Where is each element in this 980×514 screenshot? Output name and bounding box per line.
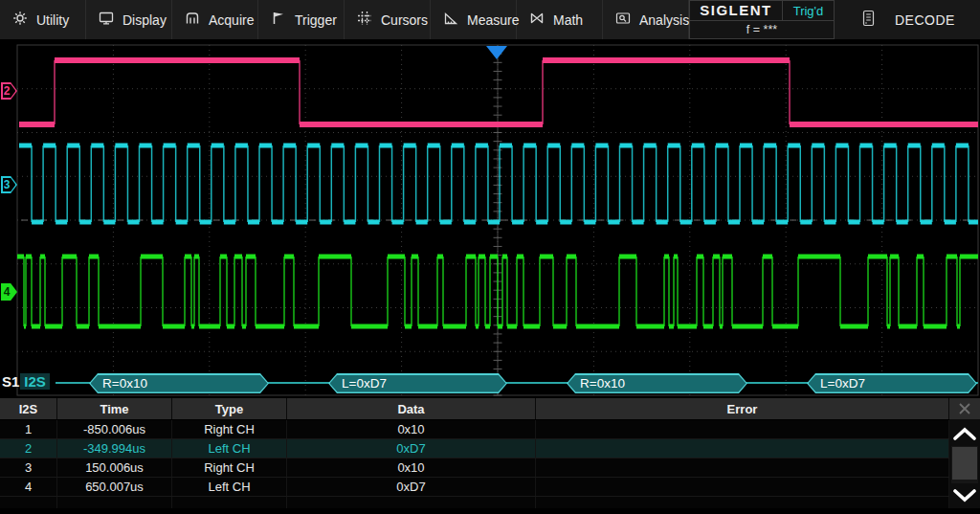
analysis-icon: [615, 11, 631, 30]
gear-icon: [12, 11, 28, 30]
table-row[interactable]: 4650.007usLeft CH0xD7: [0, 478, 949, 497]
menu-acquire-label: Acquire: [209, 12, 254, 28]
display-icon: [99, 11, 114, 30]
close-table-button[interactable]: [949, 398, 980, 419]
cursors-icon: [357, 11, 372, 30]
menu-acquire[interactable]: Acquire: [172, 0, 258, 39]
table-cell: 1: [0, 420, 57, 438]
table-cell: 0xD7: [287, 478, 536, 496]
decode-slot-label: S1: [2, 373, 19, 390]
decode-result-table: I2STimeTypeDataError 1-850.006usRight CH…: [0, 398, 949, 514]
math-icon: [529, 11, 545, 30]
table-row[interactable]: 3150.006usRight CH0x10: [0, 458, 949, 478]
menu-trigger-label: Trigger: [295, 12, 337, 28]
menu-cursors-label: Cursors: [381, 12, 428, 28]
decode-bubble-value: R=0x10: [102, 373, 147, 393]
table-cell: [536, 458, 949, 477]
ch4-sd-wave: [17, 257, 978, 326]
decode-bubble-value: R=0x10: [580, 373, 625, 393]
flag-icon: [271, 11, 286, 30]
table-cell: 0xD7: [287, 439, 536, 458]
table-cell: 3: [0, 458, 57, 477]
measure-icon: [443, 11, 458, 30]
acquire-icon: [185, 11, 200, 30]
table-cell: Right CH: [172, 420, 287, 438]
waveform-display: 234 S1 I2S R=0x10L=0xD7R=0x10L=0xD7: [0, 40, 980, 398]
menu-cursors[interactable]: Cursors: [345, 0, 431, 39]
column-header-type: Type: [172, 398, 287, 419]
table-cell: 4: [0, 478, 57, 496]
menu-trigger[interactable]: Trigger: [258, 0, 345, 39]
table-cell: 2: [0, 439, 57, 458]
column-header-i2s: I2S: [0, 398, 57, 419]
menu-display-label: Display: [122, 12, 167, 28]
menu-display[interactable]: Display: [86, 0, 172, 39]
menu-analysis[interactable]: Analysis: [603, 0, 689, 39]
table-row[interactable]: 1-850.006usRight CH0x10: [0, 420, 949, 439]
table-row[interactable]: 2-349.994usLeft CH0xD7: [0, 439, 949, 458]
menu-decode-label: DECODE: [895, 12, 955, 28]
menu-math[interactable]: Math: [517, 0, 603, 39]
table-cell: 150.006us: [57, 458, 172, 477]
table-cell: [536, 478, 949, 496]
table-body: 1-850.006usRight CH0x102-349.994usLeft C…: [0, 420, 949, 514]
decode-bubble: R=0x10: [89, 373, 269, 393]
bottom-strip: [0, 508, 980, 514]
decode-bubble-value: L=0xD7: [342, 373, 387, 393]
channel-2-marker[interactable]: 2: [1, 82, 17, 100]
status-panel: SIGLENT Trig'd f = ***: [689, 0, 835, 39]
scroll-down-button[interactable]: [949, 483, 980, 508]
chevron-up-icon: [953, 427, 976, 440]
menu-math-label: Math: [553, 12, 583, 28]
decode-bubble-value: L=0xD7: [820, 373, 865, 393]
clipboard-icon: [861, 10, 876, 31]
decode-protocol-label: I2S: [20, 373, 50, 390]
table-cell: [536, 439, 949, 458]
scrollbar-thumb[interactable]: [952, 447, 977, 480]
table-cell: 0x10: [287, 458, 536, 477]
table-cell: 650.007us: [57, 478, 172, 496]
table-cell: Right CH: [172, 458, 287, 477]
table-cell: 0x10: [287, 420, 536, 438]
trigger-position-icon[interactable]: [486, 46, 507, 59]
scrollbar-track[interactable]: [951, 446, 978, 483]
close-icon: [958, 402, 971, 415]
scroll-up-button[interactable]: [949, 421, 980, 446]
channel-3-marker[interactable]: 3: [1, 176, 17, 193]
table-header-row: I2STimeTypeDataError: [0, 398, 949, 420]
menu-analysis-label: Analysis: [639, 12, 689, 28]
decode-bubble: L=0xD7: [328, 373, 507, 393]
brand-logo: SIGLENT: [690, 1, 783, 20]
menu-utility[interactable]: Utility: [0, 0, 86, 39]
ch3-bclk-wave: [19, 145, 978, 222]
oscilloscope-screen: Utility Display Acquire Trigger: [0, 0, 980, 514]
decode-bubble: L=0xD7: [807, 373, 977, 393]
table-cell: Left CH: [172, 478, 287, 496]
column-header-time: Time: [57, 398, 172, 419]
table-scroll-column: [949, 398, 980, 508]
decode-bubble: R=0x10: [567, 373, 747, 393]
waveform-plot: [0, 40, 980, 398]
table-cell: Left CH: [172, 439, 287, 458]
ch2-ws-wave: [19, 60, 978, 124]
column-header-data: Data: [287, 398, 536, 419]
trigger-status-badge: Trig'd: [783, 4, 834, 18]
table-cell: -850.006us: [57, 420, 172, 438]
table-cell: [536, 420, 949, 438]
menu-utility-label: Utility: [36, 12, 69, 28]
frequency-readout: f = ***: [690, 21, 834, 38]
column-header-error: Error: [536, 398, 949, 419]
table-cell: -349.994us: [57, 439, 172, 458]
channel-4-marker[interactable]: 4: [1, 283, 17, 301]
chevron-down-icon: [953, 489, 976, 503]
menu-measure[interactable]: Measure: [431, 0, 517, 39]
menu-decode[interactable]: DECODE: [835, 0, 980, 39]
menu-measure-label: Measure: [467, 12, 519, 28]
top-menu-bar: Utility Display Acquire Trigger: [0, 0, 980, 40]
